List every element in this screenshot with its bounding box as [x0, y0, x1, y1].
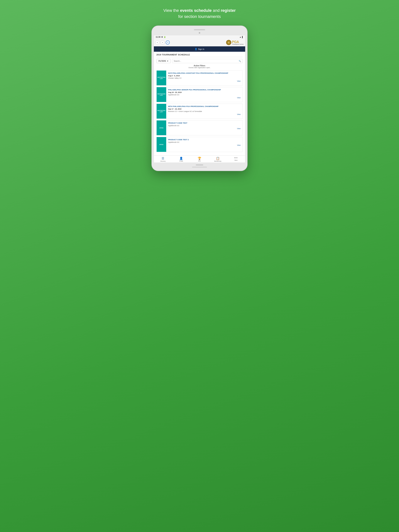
events-list: INVITATION LIST NCR PHILADELPHIA ASSISTA…	[157, 70, 242, 152]
event-date-1: Aug 19 - 20, 2019	[168, 91, 241, 93]
event-location-1: Applebrook GC	[168, 94, 241, 96]
settings-icon: ⚙	[161, 36, 163, 38]
sign-in-bar[interactable]: 👤 Sign In	[154, 46, 245, 52]
event-name-0: NCR PHILADELPHIA ASSISTANT PGA PROFESSIO…	[168, 72, 241, 74]
event-date-0: Aug 5 - 6, 2019	[168, 75, 241, 77]
sidebar-item-profile[interactable]: 👤 Profile	[172, 157, 190, 162]
event-info-1: PHILADELPHIA SENIOR PGA PROFESSIONAL CHA…	[166, 87, 242, 102]
sidebar-item-more[interactable]: ••• More	[227, 157, 245, 162]
table-row: INVITATION LIST PHILADELPHIA SENIOR PGA …	[157, 87, 242, 102]
wifi-icon: ▲	[239, 36, 241, 38]
event-view-button-1[interactable]: View	[168, 97, 241, 99]
search-container: 🔍	[172, 59, 242, 63]
table-row: INVITATION LIST NCR PHILADELPHIA ASSISTA…	[157, 70, 242, 86]
trophy-icon: 🏆	[198, 157, 201, 160]
event-badge-1: INVITATION LIST	[157, 87, 166, 102]
pga-logo: ★ PGA Philadelphia Section	[226, 40, 244, 45]
filters-button[interactable]: FILTERS ▼	[157, 59, 171, 63]
table-row: OPEN PRODUCT CODE TEST 2 Applebrook GC V…	[157, 137, 242, 152]
event-view-button-4[interactable]: View	[168, 144, 241, 146]
event-badge-3: OPEN	[157, 120, 166, 135]
headline: View the events schedule and register fo…	[164, 7, 236, 19]
event-location-0: Chester Valley CC	[168, 77, 241, 79]
event-badge-4: OPEN	[157, 137, 166, 152]
event-location-2: Riverton CC • Union League GC at Torresd…	[168, 110, 241, 112]
membership-icon: 📋	[216, 157, 220, 160]
event-info-4: PRODUCT CODE TEST 2 Applebrook GC View	[166, 137, 242, 152]
chevron-down-icon: ▼	[167, 60, 169, 62]
event-location-3: Applebrook GC	[168, 125, 241, 127]
table-row: OPEN PRODUCT CODE TEST Applebrook GC Vie…	[157, 120, 242, 135]
sidebar-item-directory[interactable]: ☰ Directory	[154, 157, 172, 162]
event-name-1: PHILADELPHIA SENIOR PGA PROFESSIONAL CHA…	[168, 89, 241, 91]
page-title: 2019 TOURNAMENT SCHEDULE	[157, 54, 242, 56]
browser-bar: < > ↻ ★ PGA Philadelphia Section	[154, 39, 245, 46]
refresh-button[interactable]: ↻	[166, 40, 170, 44]
event-info-0: NCR PHILADELPHIA ASSISTANT PGA PROFESSIO…	[166, 70, 242, 85]
event-name-2: 98TH PHILADELPHIA PGA PROFESSIONAL CHAMP…	[168, 105, 241, 107]
event-name-4: PRODUCT CODE TEST 2	[168, 139, 241, 140]
event-badge-2: INVITATION LIST	[157, 104, 166, 119]
list-icon: ☰	[162, 157, 164, 160]
headline-line2: for section tournaments	[178, 14, 221, 19]
battery-icon: 🔋	[164, 36, 166, 38]
forward-button[interactable]: >	[160, 40, 164, 44]
tablet-screen: 11:34 ⚙ 🔋 ▲ ▌ < > ↻	[154, 35, 245, 163]
active-filters: Active Filters Events with registration …	[157, 65, 242, 69]
event-badge-0: INVITATION LIST	[157, 70, 166, 85]
person-icon: 👤	[195, 48, 197, 50]
profile-icon: 👤	[179, 157, 183, 160]
table-row: INVITATION LIST 98TH PHILADELPHIA PGA PR…	[157, 104, 242, 119]
tablet-frame: 11:34 ⚙ 🔋 ▲ ▌ < > ↻	[151, 25, 248, 171]
search-input[interactable]	[174, 60, 239, 62]
sidebar-item-poy[interactable]: 🏆 POY	[190, 157, 209, 162]
signal-icon: ▌	[242, 36, 243, 38]
tablet-camera-top	[194, 29, 205, 30]
sidebar-item-membership[interactable]: 📋 Membership	[209, 157, 227, 162]
status-right: ▲ ▌	[239, 36, 243, 38]
event-info-2: 98TH PHILADELPHIA PGA PROFESSIONAL CHAMP…	[166, 104, 242, 119]
tablet-home-indicator	[196, 165, 203, 165]
event-name-3: PRODUCT CODE TEST	[168, 122, 241, 124]
event-info-3: PRODUCT CODE TEST Applebrook GC View	[166, 120, 242, 135]
bottom-nav: ☰ Directory 👤 Profile 🏆 POY 📋 Membership…	[154, 155, 245, 163]
filter-row: FILTERS ▼ 🔍	[157, 59, 242, 63]
back-button[interactable]: <	[155, 40, 159, 44]
event-view-button-0[interactable]: View	[168, 80, 241, 82]
pga-logo-circle: ★	[226, 40, 231, 45]
status-time: 11:34 ⚙ 🔋	[156, 36, 166, 38]
tablet-camera-dot	[199, 32, 200, 34]
search-icon: 🔍	[239, 60, 241, 62]
page-wrapper: View the events schedule and register fo…	[150, 7, 249, 171]
headline-line1: View the events schedule and register	[164, 8, 236, 13]
content-area: 2019 TOURNAMENT SCHEDULE FILTERS ▼ 🔍 Act	[154, 52, 245, 155]
tablet-bottom-bar	[192, 167, 207, 167]
more-icon: •••	[234, 157, 238, 159]
event-view-button-2[interactable]: View	[168, 114, 241, 115]
status-bar: 11:34 ⚙ 🔋 ▲ ▌	[154, 35, 245, 39]
event-date-2: Sep 17 - 19, 2019	[168, 108, 241, 110]
event-location-4: Applebrook GC	[168, 141, 241, 143]
pga-logo-text-area: PGA Philadelphia Section	[232, 40, 244, 45]
event-view-button-3[interactable]: View	[168, 128, 241, 129]
